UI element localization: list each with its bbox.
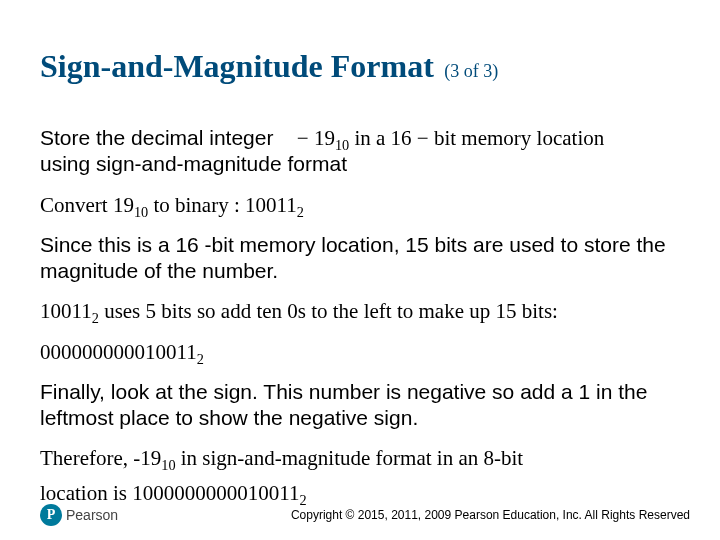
fivebits-rest: uses 5 bits so add ten 0s to the left to… — [99, 299, 558, 323]
title-main: Sign-and-Magnitude Format — [40, 48, 434, 84]
pearson-logo-mark: P — [40, 504, 62, 526]
fivebits-num: 10011 — [40, 299, 92, 323]
intro-math-neg: − 19 — [297, 126, 335, 150]
slide-title: Sign-and-Magnitude Format (3 of 3) — [40, 48, 680, 85]
location-num: 1000000000010011 — [132, 481, 299, 505]
paragraph-memory: Since this is a 16 -bit memory location,… — [40, 232, 680, 285]
padded-base: 2 — [197, 351, 204, 367]
therefore-mid: in sign-and-magnitude format in an 8-bit — [176, 446, 524, 470]
therefore-prefix: Therefore, -19 — [40, 446, 161, 470]
convert-base1: 10 — [134, 204, 148, 220]
intro-suffix: using sign-and-magnitude format — [40, 152, 347, 175]
pearson-logo-text: Pearson — [66, 507, 118, 523]
footer: P Pearson Copyright © 2015, 2011, 2009 P… — [0, 504, 720, 526]
title-sub: (3 of 3) — [444, 61, 498, 81]
paragraph-sign: Finally, look at the sign. This number i… — [40, 379, 680, 432]
intro-math: − 1910 in a 16 − bit memory location — [297, 126, 604, 150]
padded-line: 0000000000100112 — [40, 339, 680, 365]
therefore-base1: 10 — [161, 457, 175, 473]
convert-base2: 2 — [297, 204, 304, 220]
copyright-text: Copyright © 2015, 2011, 2009 Pearson Edu… — [291, 508, 690, 522]
pearson-logo: P Pearson — [40, 504, 118, 526]
convert-prefix: Convert 19 — [40, 193, 134, 217]
convert-mid: to binary : 10011 — [148, 193, 297, 217]
convert-line: Convert 1910 to binary : 100112 — [40, 192, 680, 218]
padded-num: 000000000010011 — [40, 340, 197, 364]
fivebits-line: 100112 uses 5 bits so add ten 0s to the … — [40, 298, 680, 324]
intro-prefix: Store the decimal integer — [40, 126, 273, 149]
location-prefix: location is — [40, 481, 132, 505]
slide-body: Store the decimal integer − 1910 in a 16… — [40, 125, 680, 506]
fivebits-base: 2 — [92, 310, 99, 326]
intro-math-base1: 10 — [335, 137, 349, 153]
slide: Sign-and-Magnitude Format (3 of 3) Store… — [0, 0, 720, 540]
location-line: location is 10000000000100112 — [40, 480, 680, 506]
intro-math-mid: in a 16 − bit memory location — [349, 126, 604, 150]
therefore-line: Therefore, -1910 in sign-and-magnitude f… — [40, 445, 680, 471]
intro-paragraph: Store the decimal integer − 1910 in a 16… — [40, 125, 680, 178]
